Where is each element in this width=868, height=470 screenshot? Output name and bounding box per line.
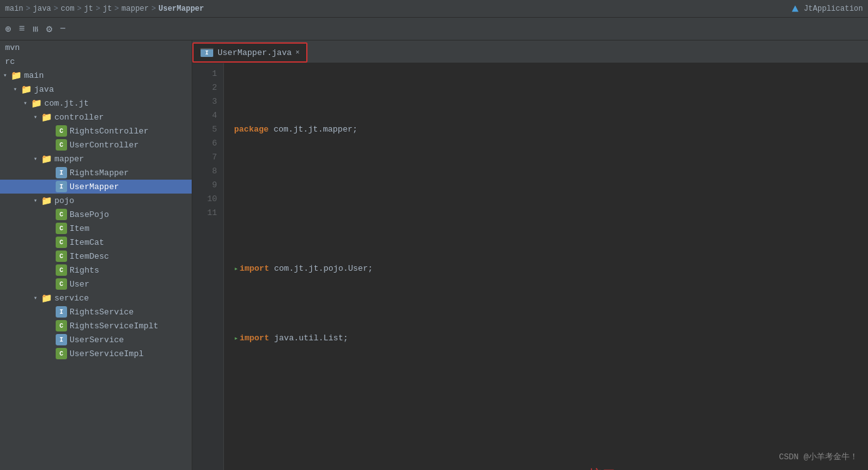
sidebar-item-usermapper[interactable]: I UserMapper xyxy=(0,180,192,194)
toolbar-list-icon[interactable]: ≡ xyxy=(19,23,25,35)
toolbar-filter-icon[interactable]: ≌ xyxy=(29,26,42,32)
sidebar-item-item[interactable]: C Item xyxy=(0,221,192,235)
tab-bar: I UserMapper.java × xyxy=(192,40,868,63)
icon-c-userserviceimpl: C xyxy=(56,348,67,359)
code-line-5 xyxy=(234,401,868,415)
icon-i-rightsservice: I xyxy=(56,306,67,318)
sidebar-item-rightsservice[interactable]: I RightsService xyxy=(0,305,192,319)
toolbar-minimize-icon[interactable]: − xyxy=(60,23,66,35)
arrow-java: ▾ xyxy=(10,85,20,93)
folder-mapper-icon: 📁 xyxy=(40,154,52,164)
sidebar-item-controller[interactable]: ▾ 📁 controller xyxy=(0,110,192,124)
icon-c-usercontroller: C xyxy=(56,139,67,151)
kw-interface-wrapper: interface xyxy=(269,457,378,470)
csdn-watermark: CSDN @小羊考金牛！ xyxy=(779,451,858,462)
nav-icon: ▲ xyxy=(792,3,799,15)
sidebar-label-rights: Rights xyxy=(70,266,99,275)
sidebar-label-controller: controller xyxy=(54,113,104,122)
toolbar-globe-icon[interactable]: ⊕ xyxy=(5,23,11,35)
breadcrumb-java[interactable]: java xyxy=(33,4,51,13)
breadcrumb-bar: main > java > com > jt > jt > mapper > U… xyxy=(0,0,868,18)
icon-c-rightsserviceimplt: C xyxy=(56,320,67,331)
ln-9: 9 xyxy=(192,178,223,192)
icon-i-userservice: I xyxy=(56,334,67,345)
sidebar-item-itemcat[interactable]: C ItemCat xyxy=(0,235,192,249)
ln-11: 11 xyxy=(192,206,223,220)
code-editor[interactable]: 1 2 3 4 5 6 7 8 9 10 11 package com.jt.j… xyxy=(192,63,868,470)
fold-arrow-4: ▸ xyxy=(234,331,239,345)
arrow-main: ▾ xyxy=(0,71,10,79)
sidebar-label-user: User xyxy=(70,280,89,289)
ln-3: 3 xyxy=(192,95,223,109)
kw-import-1: import xyxy=(240,262,270,276)
folder-java-icon: 📁 xyxy=(20,84,32,95)
sidebar-item-rightscontroller[interactable]: C RightsController xyxy=(0,124,192,138)
icon-i-rightsmapper: I xyxy=(56,167,67,178)
code-line-2 xyxy=(234,192,868,206)
breadcrumb-mapper[interactable]: mapper xyxy=(121,4,149,13)
editor-area: I UserMapper.java × 1 2 3 4 5 6 7 8 9 10… xyxy=(192,40,868,470)
breadcrumb-main[interactable]: main xyxy=(5,4,23,13)
ln-7: 7 xyxy=(192,151,223,164)
icon-c-rightscontroller: C xyxy=(56,125,67,137)
main-area: mvn rc ▾ 📁 main ▾ 📁 java ▾ 📁 com.jt.jt xyxy=(0,40,868,470)
sidebar-item-rc[interactable]: rc xyxy=(0,54,192,68)
sidebar-item-pojo[interactable]: ▾ 📁 pojo xyxy=(0,194,192,207)
icon-c-rights: C xyxy=(56,264,67,276)
ln-8: 8 xyxy=(192,164,223,178)
folder-service-icon: 📁 xyxy=(40,293,52,304)
tab-icon-i: I xyxy=(200,48,214,57)
sidebar-label-java: java xyxy=(34,85,54,94)
breadcrumb-com[interactable]: com xyxy=(61,4,75,13)
sidebar-label-usermapper: UserMapper xyxy=(70,182,119,192)
sidebar-item-rights[interactable]: C Rights xyxy=(0,263,192,277)
icon-c-basepojo: C xyxy=(56,209,67,220)
sidebar-label-userservice: UserService xyxy=(70,335,124,345)
sep1: > xyxy=(26,4,30,13)
sidebar-label-rightscontroller: RightsController xyxy=(70,127,149,136)
sep4: > xyxy=(96,4,100,13)
sidebar-item-itemdesc[interactable]: C ItemDesc xyxy=(0,249,192,263)
breadcrumb-jt1[interactable]: jt xyxy=(84,4,93,13)
sidebar-item-mvn[interactable]: mvn xyxy=(0,40,192,54)
toolbar: ⊕ ≡ ≌ ⚙ − xyxy=(0,18,868,40)
tab-usermapper[interactable]: I UserMapper.java × xyxy=(192,42,307,63)
breadcrumb-active: UserMapper xyxy=(158,4,204,13)
code-content: package com.jt.jt.mapper; ▸ import com.j… xyxy=(224,63,868,470)
sidebar-item-usercontroller[interactable]: C UserController xyxy=(0,138,192,152)
line-numbers: 1 2 3 4 5 6 7 8 9 10 11 xyxy=(192,63,224,470)
sidebar-label-item: Item xyxy=(70,224,89,233)
sidebar-item-userserviceimpl[interactable]: C UserServiceImpl xyxy=(0,347,192,361)
toolbar-gear-icon[interactable]: ⚙ xyxy=(46,23,53,35)
folder-controller-icon: 📁 xyxy=(40,112,52,123)
sidebar-item-service[interactable]: ▾ 📁 service xyxy=(0,291,192,305)
sidebar-label-userserviceimpl: UserServiceImpl xyxy=(70,349,144,359)
sidebar-item-user[interactable]: C User xyxy=(0,277,192,291)
arrow-pojo: ▾ xyxy=(30,197,40,204)
sidebar-label-rightsserviceimplt: RightsServiceImplt xyxy=(70,321,158,331)
ln-1: 1 xyxy=(192,67,223,81)
sidebar-item-mapper[interactable]: ▾ 📁 mapper xyxy=(0,152,192,166)
sidebar-item-java[interactable]: ▾ 📁 java xyxy=(0,82,192,96)
breadcrumb-jt2[interactable]: jt xyxy=(102,4,111,13)
ln-10: 10 xyxy=(192,192,223,206)
sidebar-item-userservice[interactable]: I UserService xyxy=(0,333,192,347)
package-path: com.jt. xyxy=(273,123,308,137)
jt-application-button[interactable]: JtApplication xyxy=(803,4,863,13)
sep6: > xyxy=(151,4,156,13)
ln-2: 2 xyxy=(192,81,223,95)
sidebar-item-rightsserviceimplt[interactable]: C RightsServiceImplt xyxy=(0,319,192,333)
icon-c-itemdesc: C xyxy=(56,250,67,262)
sidebar-item-rightsmapper[interactable]: I RightsMapper xyxy=(0,166,192,180)
code-line-1: package com.jt.jt.mapper; xyxy=(234,123,868,137)
sidebar-item-basepojo[interactable]: C BasePojo xyxy=(0,207,192,221)
sidebar-item-main[interactable]: ▾ 📁 main xyxy=(0,68,192,82)
sidebar-label-basepojo: BasePojo xyxy=(70,210,109,220)
ln-5: 5 xyxy=(192,123,223,137)
sidebar-label-main: main xyxy=(24,71,44,80)
code-line-4: ▸ import java.util.List; xyxy=(234,331,868,345)
sidebar-item-comjtjt[interactable]: ▾ 📁 com.jt.jt xyxy=(0,96,192,110)
tab-close-button[interactable]: × xyxy=(295,49,300,56)
ln-4: 4 xyxy=(192,109,223,123)
breadcrumb-right: ▲ JtApplication xyxy=(792,3,863,15)
